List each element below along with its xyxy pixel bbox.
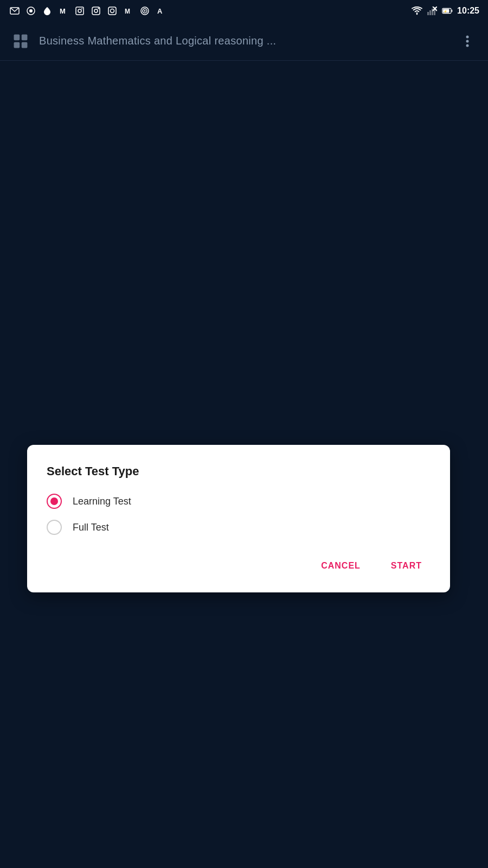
status-icons-left: M M <box>9 5 167 17</box>
notification-icon-5 <box>74 5 86 17</box>
notification-icon-2 <box>25 5 37 17</box>
test-type-radio-group: Learning Test Full Test <box>47 494 431 535</box>
menu-button[interactable] <box>458 31 477 51</box>
svg-rect-17 <box>427 12 429 15</box>
svg-point-9 <box>98 8 99 9</box>
learning-test-radio[interactable] <box>47 494 62 509</box>
status-bar: M M <box>0 0 488 22</box>
svg-rect-30 <box>22 42 28 48</box>
svg-text:M: M <box>60 7 66 15</box>
svg-point-8 <box>94 9 98 12</box>
status-icons-right: ⚡ 10:25 <box>412 5 479 16</box>
notification-icon-6 <box>90 5 102 17</box>
svg-rect-10 <box>108 7 116 15</box>
main-content: Select Test Type Learning Test Full Test… <box>0 61 488 868</box>
svg-rect-29 <box>14 42 20 48</box>
dialog-actions: CANCEL START <box>47 554 431 577</box>
svg-rect-28 <box>22 34 28 40</box>
svg-rect-27 <box>14 34 20 40</box>
svg-point-11 <box>111 9 114 13</box>
svg-point-15 <box>144 10 146 12</box>
notification-icon-8: M <box>123 5 134 17</box>
app-bar: Business Mathematics and Logical reasoni… <box>0 22 488 61</box>
full-test-option[interactable]: Full Test <box>47 520 431 535</box>
svg-point-31 <box>466 35 469 38</box>
start-button[interactable]: START <box>382 554 431 577</box>
dialog-overlay: Select Test Type Learning Test Full Test… <box>0 61 488 868</box>
svg-point-5 <box>78 9 81 12</box>
app-logo <box>11 31 30 51</box>
full-test-radio[interactable] <box>47 520 62 535</box>
time-display: 10:25 <box>457 6 479 16</box>
cancel-button[interactable]: CANCEL <box>312 554 369 577</box>
svg-rect-4 <box>76 7 84 15</box>
svg-rect-24 <box>452 10 453 12</box>
svg-text:M: M <box>125 8 130 15</box>
wifi-icon <box>412 5 422 16</box>
svg-point-32 <box>466 40 469 42</box>
notification-icon-1 <box>9 5 21 17</box>
svg-rect-19 <box>432 9 433 15</box>
notification-icon-10: A <box>155 5 167 17</box>
dialog-title: Select Test Type <box>47 464 431 478</box>
svg-point-33 <box>466 44 469 47</box>
learning-test-label: Learning Test <box>73 496 131 507</box>
learning-test-option[interactable]: Learning Test <box>47 494 431 509</box>
dialog: Select Test Type Learning Test Full Test… <box>27 445 450 592</box>
notification-icon-4: M <box>57 5 69 17</box>
svg-rect-18 <box>429 10 431 15</box>
app-title: Business Mathematics and Logical reasoni… <box>39 35 458 47</box>
svg-text:⚡: ⚡ <box>444 10 447 14</box>
notification-icon-3 <box>41 5 53 17</box>
notification-icon-9 <box>139 5 151 17</box>
svg-point-2 <box>29 9 33 12</box>
notification-icon-7 <box>106 5 118 17</box>
battery-icon: ⚡ <box>442 5 453 16</box>
svg-point-6 <box>81 8 82 9</box>
full-test-label: Full Test <box>73 522 109 533</box>
svg-text:A: A <box>157 7 163 15</box>
signal-icon <box>427 5 438 16</box>
